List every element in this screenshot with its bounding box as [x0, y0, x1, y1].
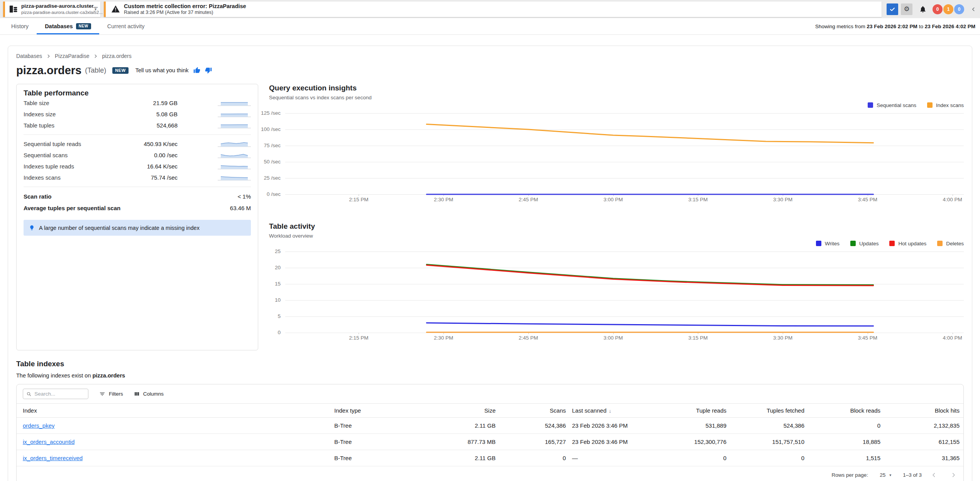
index-link[interactable]: ix_orders_timereceived	[23, 455, 83, 461]
index-link[interactable]: orders_pkey	[23, 422, 55, 429]
legend-label: Updates	[859, 241, 878, 246]
divider	[24, 187, 251, 187]
thumbs-up-icon[interactable]	[193, 67, 200, 74]
col-header-block-reads[interactable]: Block reads	[807, 404, 884, 418]
col-header-block-hits[interactable]: Block hits	[884, 404, 963, 418]
legend-swatch-icon	[927, 102, 933, 108]
cell-index-type: B-Tree	[331, 418, 447, 434]
legend-swatch-icon	[850, 241, 856, 246]
x-axis-tick-mark	[359, 333, 359, 334]
series-line	[427, 124, 873, 143]
breadcrumb-databases[interactable]: Databases	[16, 53, 42, 59]
cell-block-reads: 0	[807, 418, 884, 434]
table-header-row: Index Index type Size Scans Last scanned…	[17, 404, 963, 418]
table-indexes-heading: Table indexes	[16, 360, 964, 368]
metric-label: Indexes tuple reads	[24, 163, 120, 170]
acknowledge-button[interactable]	[887, 3, 898, 15]
legend-swatch-icon	[937, 241, 943, 246]
legend-label: Writes	[825, 241, 840, 246]
metric-row-table-size: Table size 21.59 GB	[24, 97, 251, 109]
x-axis-tick-mark	[443, 333, 444, 334]
rows-per-page-value: 25	[880, 472, 885, 478]
metric-label: Table tuples	[24, 122, 120, 129]
search-input[interactable]	[34, 391, 85, 397]
new-badge: NEW	[112, 67, 128, 74]
notifications-bell-icon[interactable]	[919, 5, 927, 13]
tab-current-activity[interactable]: Current activity	[99, 18, 153, 34]
col-header-size[interactable]: Size	[447, 404, 499, 418]
table-performance-panel: Table performance Table size 21.59 GB In…	[16, 84, 258, 350]
cell-tuples-fetched: 151,757,510	[729, 434, 807, 450]
columns-button[interactable]: Columns	[134, 391, 164, 397]
x-axis-tick-label: 2:30 PM	[434, 335, 453, 341]
main-grid: Table performance Table size 21.59 GB In…	[8, 84, 972, 350]
content-card: Databases PizzaParadise pizza.orders piz…	[8, 46, 972, 481]
x-axis-tick-label: 3:30 PM	[773, 197, 792, 202]
x-axis-tick-mark	[613, 333, 614, 334]
breadcrumb-database-pizzaparadise[interactable]: PizzaParadise	[55, 53, 90, 59]
cell-block-hits: 2,132,835	[884, 418, 963, 434]
y-axis-tick-label: 25 /sec	[242, 175, 281, 181]
metric-value: 75.74 /sec	[120, 174, 178, 181]
rows-per-page-select[interactable]: 25 ▾	[880, 472, 891, 478]
next-page-icon[interactable]	[951, 472, 956, 478]
search-box[interactable]	[23, 389, 88, 399]
alert-banner[interactable]: Custom metric collection error: PizzaPar…	[104, 2, 882, 17]
settings-button[interactable]: ⚙	[901, 3, 912, 15]
tab-bar: History Databases NEW Current activity S…	[0, 18, 980, 35]
x-axis-tick-label: 2:15 PM	[349, 335, 368, 341]
index-link[interactable]: ix_orders_accountid	[23, 439, 74, 445]
tab-history[interactable]: History	[3, 18, 37, 34]
topbar-actions: ⚙ 0 1 0	[887, 3, 976, 15]
legend-item: Writes	[816, 241, 840, 246]
time-range-to: 23 Feb 2026 4:02 PM	[925, 24, 975, 29]
x-axis-tick-label: 3:15 PM	[688, 335, 707, 341]
page-title-row: pizza.orders (Table) NEW Tell us what yo…	[8, 63, 972, 78]
col-header-last-scanned[interactable]: Last scanned↓	[569, 404, 658, 418]
legend-label: Hot updates	[898, 241, 926, 246]
sparkline	[218, 152, 251, 158]
tab-databases[interactable]: Databases NEW	[37, 18, 99, 34]
cluster-selector[interactable]: pizza-paradise-aurora.cluster... pizza-p…	[3, 2, 100, 17]
cluster-name: pizza-paradise-aurora.cluster...	[21, 3, 90, 10]
warning-alert-count-badge[interactable]: 1	[943, 4, 953, 14]
info-alert-count-badge[interactable]: 0	[954, 4, 964, 14]
filters-button[interactable]: Filters	[99, 391, 123, 397]
col-header-tuples-fetched[interactable]: Tuples fetched	[729, 404, 807, 418]
previous-page-icon[interactable]	[931, 472, 937, 478]
col-header-index[interactable]: Index	[17, 404, 331, 418]
y-axis-tick-label: 5	[242, 313, 281, 319]
table-row: orders_pkey B-Tree 2.11 GB 524,386 23 Fe…	[17, 418, 963, 434]
y-axis-tick-label: 50 /sec	[242, 159, 281, 165]
subtitle-prefix: The following indexes exist on	[16, 372, 91, 379]
cell-size: 2.11 GB	[447, 418, 499, 434]
chart-lines	[285, 252, 964, 333]
critical-alert-count-badge[interactable]: 0	[933, 4, 943, 14]
cell-tuple-reads: 152,300,776	[658, 434, 729, 450]
chevron-left-icon[interactable]	[971, 7, 976, 12]
metric-value: 5.08 GB	[120, 111, 178, 117]
col-header-scans[interactable]: Scans	[499, 404, 569, 418]
col-header-tuple-reads[interactable]: Tuple reads	[658, 404, 729, 418]
search-icon	[27, 391, 31, 397]
col-header-index-type[interactable]: Index type	[331, 404, 447, 418]
x-axis-tick-mark	[868, 333, 868, 334]
x-axis-tick-label: 2:15 PM	[349, 197, 368, 202]
metric-value: 21.59 GB	[120, 100, 178, 106]
cell-block-hits: 612,155	[884, 434, 963, 450]
col-header-label: Last scanned	[572, 407, 606, 414]
thumbs-down-icon[interactable]	[205, 67, 212, 74]
legend-swatch-icon	[816, 241, 821, 246]
cluster-labels: pizza-paradise-aurora.cluster... pizza-p…	[21, 3, 90, 15]
chevron-down-icon: ▾	[95, 7, 96, 11]
cell-block-hits: 31,365	[884, 450, 963, 466]
y-axis-tick-label: 125 /sec	[242, 110, 281, 116]
sparkline	[218, 100, 251, 106]
query-execution-insights-chart: Query execution insights Sequential scan…	[269, 84, 964, 207]
chart-subtitle: Sequential scans vs index scans per seco…	[269, 95, 964, 100]
time-range-to-word: to	[919, 24, 923, 29]
chart-legend: Sequential scansIndex scans	[269, 101, 964, 109]
y-axis-tick-label: 0	[242, 330, 281, 335]
metric-label: Indexes size	[24, 111, 120, 117]
cell-scans: 0	[499, 450, 569, 466]
